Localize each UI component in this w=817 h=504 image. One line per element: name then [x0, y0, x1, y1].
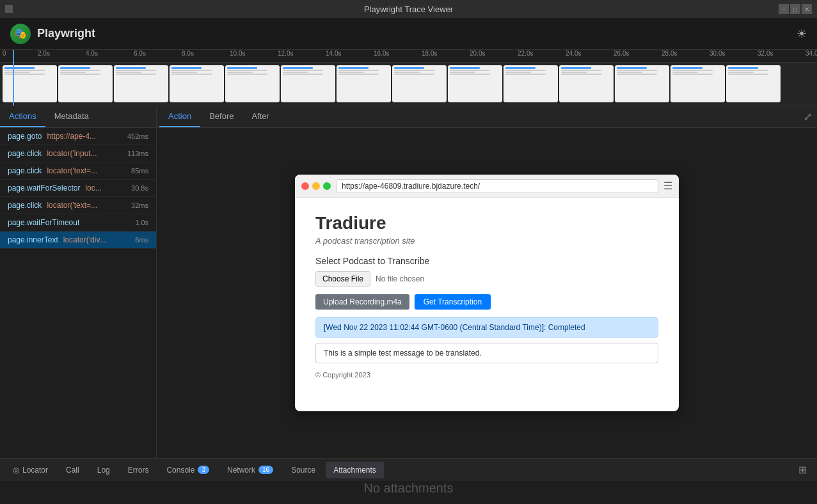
action-duration-wait1: 30.8s [131, 184, 148, 192]
timeline-mark-32: 32.0s [758, 50, 773, 57]
action-item-click2[interactable]: page.click locator('text=... 85ms [0, 162, 156, 180]
browser-url-bar[interactable]: https://ape-46809.tradiure.bjdazure.tech… [336, 179, 658, 193]
action-duration-wait2: 1.0s [135, 219, 148, 226]
timeline-thumb-4[interactable] [170, 65, 224, 102]
bottom-tab-network[interactable]: Network 16 [219, 462, 281, 478]
action-method-goto: page.goto [8, 132, 42, 141]
timeline-thumb-14[interactable] [726, 65, 781, 102]
bottom-tab-locator[interactable]: ◎ Locator [5, 462, 56, 478]
timeline-mark-26: 26.0s [614, 50, 629, 57]
tab-after[interactable]: After [242, 106, 278, 127]
timeline: 0 2.0s 4.0s 6.0s 8.0s 10.0s 12.0s 14.0s … [0, 50, 817, 106]
action-method-click1: page.click [8, 149, 42, 158]
timeline-thumb-9[interactable] [448, 65, 502, 102]
minimize-button[interactable]: – [779, 4, 789, 14]
header-right: ☀ [797, 27, 807, 41]
timeline-thumb-1[interactable] [3, 65, 57, 102]
timeline-thumb-8[interactable] [392, 65, 447, 102]
right-tabs: Action Before After ⤢ [157, 106, 817, 128]
no-file-label: No file chosen [376, 274, 424, 283]
browser-window: https://ape-46809.tradiure.bjdazure.tech… [295, 175, 679, 411]
choose-file-button[interactable]: Choose File [315, 271, 370, 287]
action-item-click1[interactable]: page.click locator('input... 113ms [0, 145, 156, 162]
timeline-mark-0: 0 [3, 50, 6, 57]
upload-button[interactable]: Upload Recording.m4a [315, 294, 409, 310]
close-button[interactable]: ✕ [802, 4, 812, 14]
actions-list: page.goto https://ape-4... 452ms page.cl… [0, 128, 156, 458]
timeline-thumbnails [0, 63, 817, 106]
timeline-thumb-13[interactable] [670, 65, 725, 102]
tab-actions[interactable]: Actions [0, 106, 45, 127]
timeline-thumb-7[interactable] [337, 65, 391, 102]
timeline-mark-16: 16.0s [374, 50, 389, 57]
copyright: © Copyright 2023 [315, 371, 658, 379]
tab-metadata[interactable]: Metadata [45, 106, 98, 127]
action-item-wait2[interactable]: page.waitForTimeout 1.0s [0, 214, 156, 232]
timeline-playhead [13, 50, 14, 106]
result-text: This is a simple test message to be tran… [315, 343, 658, 363]
timeline-thumb-12[interactable] [615, 65, 669, 102]
network-badge: 16 [258, 466, 273, 474]
timeline-thumb-5[interactable] [225, 65, 280, 102]
browser-preview: https://ape-46809.tradiure.bjdazure.tech… [157, 128, 817, 458]
panel-tabs: Actions Metadata [0, 106, 156, 128]
bottom-tab-source[interactable]: Source [283, 462, 323, 478]
browser-menu-icon: ☰ [663, 180, 672, 192]
locator-icon: ◎ [13, 466, 19, 475]
dot-red [301, 182, 309, 190]
tab-before[interactable]: Before [200, 106, 242, 127]
action-locator-goto: https://ape-4... [47, 132, 96, 141]
action-item-wait1[interactable]: page.waitForSelector loc... 30.8s [0, 180, 156, 197]
bottom-tab-attachments[interactable]: Attachments [326, 462, 384, 478]
main-layout: Actions Metadata page.goto https://ape-4… [0, 106, 817, 458]
timeline-mark-30: 30.0s [710, 50, 725, 57]
status-message: [Wed Nov 22 2023 11:02:44 GMT-0600 (Cent… [315, 317, 658, 338]
playwright-logo: 🎭 [10, 24, 31, 44]
action-item-click3[interactable]: page.click locator('text=... 32ms [0, 197, 156, 214]
timeline-thumb-11[interactable] [559, 65, 614, 102]
window-title: Playwright Trace Viewer [364, 4, 453, 14]
action-buttons: Upload Recording.m4a Get Transcription [315, 294, 658, 310]
timeline-thumb-10[interactable] [504, 65, 558, 102]
transcribe-button[interactable]: Get Transcription [415, 294, 491, 310]
timeline-thumb-2[interactable] [58, 65, 113, 102]
attachments-area: No attachments [0, 481, 817, 496]
action-locator-wait1: loc... [85, 184, 101, 193]
dot-green [323, 182, 331, 190]
action-item-innertext[interactable]: page.innerText locator('div... 6ms [0, 232, 156, 249]
action-locator-innertext: locator('div... [63, 235, 106, 244]
browser-dots [301, 182, 331, 190]
timeline-mark-20: 20.0s [470, 50, 485, 57]
title-bar-left [5, 5, 13, 13]
bottom-tab-call[interactable]: Call [58, 462, 87, 478]
action-locator-click3: locator('text=... [47, 201, 97, 210]
timeline-mark-28: 28.0s [662, 50, 677, 57]
timeline-thumb-6[interactable] [281, 65, 335, 102]
theme-toggle-button[interactable]: ☀ [797, 27, 807, 41]
action-duration-goto: 452ms [127, 132, 148, 140]
right-panel: Action Before After ⤢ https://ape-46809.… [157, 106, 817, 458]
split-button[interactable]: ⊞ [793, 461, 812, 478]
title-bar: Playwright Trace Viewer – □ ✕ [0, 0, 817, 18]
action-duration-innertext: 6ms [135, 236, 148, 244]
site-subtitle: A podcast transcription site [315, 236, 658, 246]
action-method-innertext: page.innerText [8, 235, 58, 244]
bottom-tab-console[interactable]: Console 3 [159, 462, 217, 478]
app-title: Playwright [37, 27, 95, 40]
dot-yellow [312, 182, 320, 190]
timeline-mark-4: 4.0s [86, 50, 98, 57]
action-locator-click1: locator('input... [47, 149, 97, 158]
maximize-button[interactable]: □ [790, 4, 800, 14]
timeline-ruler: 0 2.0s 4.0s 6.0s 8.0s 10.0s 12.0s 14.0s … [0, 50, 817, 63]
timeline-mark-12: 12.0s [278, 50, 293, 57]
timeline-thumb-3[interactable] [114, 65, 168, 102]
popout-button[interactable]: ⤢ [801, 108, 814, 125]
bottom-tab-errors[interactable]: Errors [120, 462, 157, 478]
tab-action[interactable]: Action [159, 106, 200, 127]
section-label: Select Podcast to Transcribe [315, 256, 658, 266]
bottom-tab-log[interactable]: Log [90, 462, 118, 478]
action-method-wait1: page.waitForSelector [8, 184, 80, 193]
action-item-goto[interactable]: page.goto https://ape-4... 452ms [0, 128, 156, 145]
timeline-mark-8: 8.0s [182, 50, 194, 57]
browser-chrome: https://ape-46809.tradiure.bjdazure.tech… [295, 175, 679, 198]
